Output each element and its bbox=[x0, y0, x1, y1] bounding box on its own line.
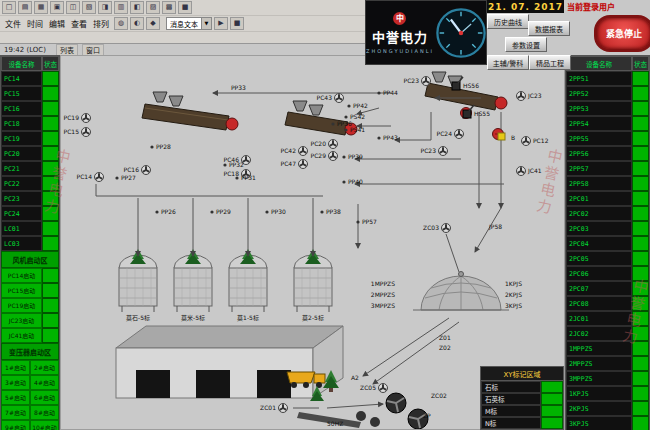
status-indicator[interactable] bbox=[632, 386, 649, 401]
fan-ZC05[interactable]: ZC05 bbox=[360, 384, 387, 393]
xy-indicator[interactable] bbox=[541, 393, 563, 405]
status-indicator[interactable] bbox=[632, 236, 649, 251]
status-indicator[interactable] bbox=[632, 206, 649, 221]
status-indicator[interactable] bbox=[42, 131, 59, 146]
fan-PC14[interactable]: PC14 bbox=[77, 173, 104, 182]
paste-icon[interactable]: ▥ bbox=[114, 1, 128, 14]
status-indicator[interactable] bbox=[42, 328, 59, 343]
fan-start-button[interactable]: JC23启动 bbox=[1, 313, 42, 328]
run-icon[interactable]: ▶ bbox=[214, 17, 228, 30]
fan-start-button[interactable]: PC19启动 bbox=[1, 298, 42, 313]
fan-PC42[interactable]: PC42 bbox=[281, 147, 308, 156]
status-indicator[interactable] bbox=[42, 206, 59, 221]
settings-icon[interactable]: ■ bbox=[178, 1, 192, 14]
status-indicator[interactable] bbox=[632, 146, 649, 161]
status-indicator[interactable] bbox=[632, 131, 649, 146]
stop-icon[interactable]: ■ bbox=[230, 17, 244, 30]
zoom-icon[interactable]: ◍ bbox=[114, 17, 128, 30]
status-indicator[interactable] bbox=[632, 266, 649, 281]
status-indicator[interactable] bbox=[42, 116, 59, 131]
fan-start-button[interactable]: PC14启动 bbox=[1, 268, 42, 283]
fan-JC23[interactable]: JC23 bbox=[517, 92, 542, 101]
menu-item-2[interactable]: 编辑 bbox=[46, 18, 68, 29]
status-indicator[interactable] bbox=[632, 176, 649, 191]
status-item-1[interactable]: 窗口 bbox=[82, 44, 104, 56]
status-indicator[interactable] bbox=[42, 221, 59, 236]
message-type-dropdown[interactable]: 消息文本 ▼ bbox=[166, 17, 212, 30]
emergency-stop-button[interactable]: 紧急停止 bbox=[594, 15, 650, 52]
status-indicator[interactable] bbox=[42, 71, 59, 86]
new-icon[interactable]: □ bbox=[2, 1, 16, 14]
status-indicator[interactable] bbox=[632, 296, 649, 311]
transformer-start-button[interactable]: 4#启动 bbox=[30, 375, 59, 390]
fan-PC43[interactable]: PC43 bbox=[317, 94, 344, 103]
transformer-start-button[interactable]: 9#启动 bbox=[1, 420, 30, 430]
fan-PC24[interactable]: PC24 bbox=[437, 130, 464, 139]
status-indicator[interactable] bbox=[632, 416, 649, 430]
fan-PC23[interactable]: PC23 bbox=[404, 77, 431, 86]
fan-PC15[interactable]: PC15 bbox=[64, 128, 91, 137]
transformer-start-button[interactable]: 2#启动 bbox=[30, 360, 59, 375]
project-button[interactable]: 精品工程 bbox=[529, 55, 571, 70]
redo-icon[interactable]: ▨ bbox=[146, 1, 160, 14]
status-indicator[interactable] bbox=[632, 401, 649, 416]
status-indicator[interactable] bbox=[632, 341, 649, 356]
fan-start-button[interactable]: PC15启动 bbox=[1, 283, 42, 298]
status-indicator[interactable] bbox=[632, 356, 649, 371]
status-indicator[interactable] bbox=[632, 281, 649, 296]
layers-icon[interactable]: ◆ bbox=[146, 17, 160, 30]
menu-item-3[interactable]: 查看 bbox=[68, 18, 90, 29]
fan-PC20[interactable]: PC20 bbox=[311, 140, 338, 149]
status-indicator[interactable] bbox=[632, 371, 649, 386]
status-indicator[interactable] bbox=[42, 191, 59, 206]
status-indicator[interactable] bbox=[42, 161, 59, 176]
status-indicator[interactable] bbox=[632, 326, 649, 341]
status-indicator[interactable] bbox=[42, 268, 59, 283]
transformer-start-button[interactable]: 5#启动 bbox=[1, 390, 30, 405]
status-indicator[interactable] bbox=[632, 116, 649, 131]
fan-PC47[interactable]: PC47 bbox=[281, 160, 308, 169]
status-indicator[interactable] bbox=[632, 191, 649, 206]
transformer-start-button[interactable]: 1#启动 bbox=[1, 360, 30, 375]
cut-icon[interactable]: ▧ bbox=[82, 1, 96, 14]
xy-indicator[interactable] bbox=[541, 405, 563, 417]
menu-item-1[interactable]: 时间 bbox=[24, 18, 46, 29]
status-indicator[interactable] bbox=[42, 176, 59, 191]
xy-indicator[interactable] bbox=[541, 417, 563, 429]
undo-icon[interactable]: ◧ bbox=[130, 1, 144, 14]
status-indicator[interactable] bbox=[632, 101, 649, 116]
transformer-start-button[interactable]: 10#启动 bbox=[30, 420, 59, 430]
fan-JC41[interactable]: JC41 bbox=[517, 167, 542, 176]
fan-PC19[interactable]: PC19 bbox=[64, 114, 91, 123]
fan-ZC03[interactable]: ZC03 bbox=[423, 224, 450, 233]
fan-start-button[interactable]: JC41启动 bbox=[1, 328, 42, 343]
fan-ZC01[interactable]: ZC01 bbox=[260, 404, 287, 413]
status-indicator[interactable] bbox=[42, 146, 59, 161]
status-indicator[interactable] bbox=[632, 311, 649, 326]
main-aux-button[interactable]: 主辅/警科 bbox=[487, 55, 529, 70]
fan-PC12[interactable]: PC12 bbox=[522, 137, 549, 146]
data-report-button[interactable]: 数据报表 bbox=[528, 21, 570, 36]
status-indicator[interactable] bbox=[42, 313, 59, 328]
chevron-down-icon[interactable]: ▼ bbox=[201, 18, 211, 29]
status-indicator[interactable] bbox=[632, 86, 649, 101]
grid-icon[interactable]: ▩ bbox=[162, 1, 176, 14]
xy-indicator[interactable] bbox=[541, 381, 563, 393]
preview-icon[interactable]: ◫ bbox=[66, 1, 80, 14]
status-item-0[interactable]: 列表 bbox=[56, 44, 78, 56]
transformer-start-button[interactable]: 6#启动 bbox=[30, 390, 59, 405]
status-indicator[interactable] bbox=[42, 86, 59, 101]
menu-item-4[interactable]: 排列 bbox=[90, 18, 112, 29]
status-indicator[interactable] bbox=[632, 161, 649, 176]
status-indicator[interactable] bbox=[42, 101, 59, 116]
transformer-start-button[interactable]: 3#启动 bbox=[1, 375, 30, 390]
status-indicator[interactable] bbox=[632, 251, 649, 266]
transformer-start-button[interactable]: 7#启动 bbox=[1, 405, 30, 420]
print-icon[interactable]: ▣ bbox=[50, 1, 64, 14]
history-curve-button[interactable]: 历史曲线 bbox=[487, 14, 529, 29]
status-indicator[interactable] bbox=[632, 71, 649, 86]
fan-PC23[interactable]: PC23 bbox=[421, 147, 448, 156]
parameter-settings-button[interactable]: 参数设置 bbox=[505, 37, 547, 52]
status-indicator[interactable] bbox=[42, 283, 59, 298]
save-icon[interactable]: ▦ bbox=[34, 1, 48, 14]
